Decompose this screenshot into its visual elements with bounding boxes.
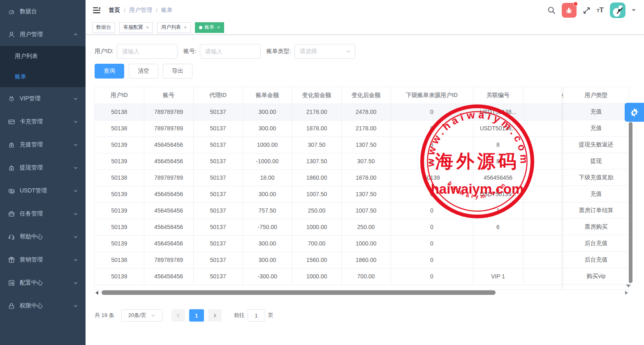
table-cell: 0 [391,120,473,137]
table-cell: 250.00 [341,219,391,235]
column-header: 用户ID [95,87,144,104]
table-cell: 1000.00 [292,219,341,235]
account-input[interactable] [200,44,261,59]
fullscreen-icon[interactable] [583,7,591,14]
chevron-down-icon [73,234,78,239]
user-id-input[interactable] [117,44,178,59]
sidebar-item-withdraw[interactable]: 提现管理 [0,156,86,179]
sidebar-item-config[interactable]: 配置中心 [0,271,86,294]
table-row[interactable]: 5013878978978950137300.001560.001860.000 [95,252,629,268]
table-row[interactable]: 5013945645645650137300.00700.001000.000 [95,235,629,252]
chevron-down-icon [73,165,78,170]
sidebar-item-help[interactable]: 帮助中心 [0,225,86,248]
table-cell: 8 [473,137,523,153]
table-row[interactable]: 50139456456456501371000.00307.501307.508… [95,137,629,153]
column-header: 下级账单来源用户ID [391,87,473,104]
recharge-icon [7,141,16,149]
clear-button[interactable]: 清空 [129,64,158,79]
breadcrumb-item[interactable]: 账单 [161,7,173,14]
user-menu-caret-icon[interactable] [632,9,636,12]
user-type-cell: 后台充值 [563,235,629,252]
font-size-icon[interactable]: TT [597,6,604,14]
user-type-cell: 充值 [563,120,629,137]
chevron-down-icon [73,280,78,285]
table-cell: 300.00 [243,252,292,268]
usdt-icon [7,187,16,195]
search-icon[interactable] [547,6,556,14]
table-cell: 1307.50 [292,153,341,169]
table-cell: 50138 [95,104,144,120]
page-size-select[interactable]: 20条/页 [121,309,162,322]
table-cell: 456456456 [144,268,193,285]
vip-icon: 1 [7,95,16,103]
tab-bills[interactable]: 账单× [195,22,224,33]
sidebar-item-marketing[interactable]: 营销管理 [0,248,86,271]
close-tab-icon[interactable]: × [146,25,149,30]
topbar: 首页/用户管理/账单 [86,0,644,21]
table-cell: 700.00 [341,268,391,285]
table-row[interactable]: 5013945645645650137757.50250.001007.5001 [95,202,629,219]
table-cell: 1860.00 [341,252,391,268]
close-tab-icon[interactable]: × [217,25,220,30]
table-row[interactable]: 5013945645645650137300.001007.501307.500… [95,186,629,202]
table-row[interactable]: 5013945645645650137-300.001000.00700.000… [95,268,629,285]
sidebar-item-user-list[interactable]: 用户列表 [0,46,86,67]
bill-type-select[interactable]: 请选择 [294,44,355,59]
tab-service-config[interactable]: 客服配置× [119,22,153,33]
tab-user-list[interactable]: 用户列表× [157,22,191,33]
sidebar-item-task[interactable]: 任务管理 [0,202,86,225]
table-row[interactable]: 5013878978978950137300.002178.002478.000… [95,104,629,120]
table-cell: 50137 [193,186,243,202]
table-cell: 50137 [193,137,243,153]
horizontal-scroll-thumb[interactable] [102,290,496,295]
chevron-up-icon [73,32,78,37]
table-cell: 6 [473,219,523,235]
sidebar-item-bills[interactable]: 账单 [0,67,86,87]
table-cell: 456456456 [144,137,193,153]
search-button[interactable]: 查询 [95,64,124,79]
next-page-button[interactable] [208,309,222,322]
sidebar-item-user-management[interactable]: 用户管理 [0,23,86,46]
collapse-sidebar-icon[interactable] [92,6,101,15]
tab-dashboard[interactable]: 数据台 [92,22,115,33]
sidebar-item-recharge[interactable]: 充值管理 [0,133,86,156]
user-type-cell: 提现 [563,153,629,169]
scroll-down-arrow[interactable] [626,285,631,287]
bug-button[interactable] [562,3,577,18]
current-page-button[interactable]: 1 [189,309,204,322]
sidebar-item-vip[interactable]: 1VIP管理 [0,87,86,110]
table-cell: 50139 [95,153,144,169]
settings-panel-button[interactable] [625,103,644,122]
card-icon [7,118,16,126]
table-cell: 1860.00 [292,169,341,186]
avatar[interactable] [610,2,625,18]
column-header: 变化前金额 [292,87,341,104]
table-cell: 250.00 [292,202,341,219]
close-tab-icon[interactable]: × [184,25,187,30]
horizontal-scrollbar[interactable] [95,290,629,295]
withdraw-icon [7,164,16,172]
table-cell: 456456456 [144,202,193,219]
table-row[interactable]: 5013878978978950137300.001878.002178.000… [95,120,629,137]
column-header: 关联编号 [473,87,523,104]
table-cell: 50137 [193,153,243,169]
scroll-left-arrow[interactable] [95,291,98,295]
goto-page-input[interactable] [248,309,265,322]
help-icon [7,233,16,241]
sidebar-item-permission[interactable]: 权限中心 [0,294,86,317]
table-row[interactable]: 5013945645645650137-750.001000.00250.000… [95,219,629,235]
prev-page-button[interactable] [171,309,185,322]
vertical-scrollbar[interactable] [629,122,632,283]
sidebar-item-card-recharge[interactable]: 卡充管理 [0,110,86,133]
table-cell: 50137 [193,235,243,252]
sidebar-item-usdt[interactable]: USDT管理 [0,179,86,202]
breadcrumb-item[interactable]: 用户管理 [129,7,152,14]
table-cell: 50137 [193,120,243,137]
export-button[interactable]: 导出 [163,64,192,79]
scroll-right-arrow[interactable] [625,291,628,295]
table-row[interactable]: 5013945645645650137-1000.001307.50307.50… [95,153,629,169]
table-cell: 50139 [95,186,144,202]
breadcrumb-item[interactable]: 首页 [109,7,120,14]
table-row[interactable]: 501387897897895013718.001860.001878.0050… [95,169,629,186]
sidebar-item-dashboard[interactable]: 数据台 [0,0,86,23]
